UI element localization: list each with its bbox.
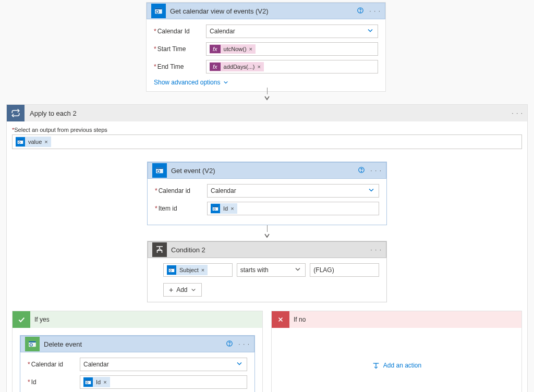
dynamic-content-chip[interactable]: Subject × <box>167 265 208 275</box>
overflow-menu-icon[interactable]: · · · <box>370 167 382 174</box>
step-condition: Condition 2 · · · Subject × s <box>147 241 387 302</box>
step-get-calendar-view: Get calendar view of events (V2) · · · *… <box>146 2 386 92</box>
branch-header[interactable]: If yes <box>13 311 262 328</box>
overflow-menu-icon[interactable]: · · · <box>238 340 250 348</box>
svg-rect-1 <box>155 8 162 9</box>
svg-rect-20 <box>29 341 36 342</box>
item-id-label: *Item id <box>155 205 207 212</box>
outlook-icon <box>83 377 93 387</box>
calendar-id-label: *Calendar id <box>155 187 207 194</box>
remove-icon[interactable]: × <box>44 139 47 145</box>
outlook-icon <box>25 337 40 351</box>
dynamic-content-chip[interactable]: Id × <box>211 203 237 214</box>
branch-title: If yes <box>34 316 50 323</box>
fx-icon: fx <box>210 63 221 71</box>
id-label: *Id <box>28 378 80 386</box>
calendar-id-dropdown[interactable]: Calendar <box>80 358 247 371</box>
remove-icon[interactable]: × <box>257 64 260 70</box>
svg-rect-14 <box>213 206 219 207</box>
condition-right-field[interactable]: (FLAG) <box>310 263 379 277</box>
connector-arrow <box>263 225 271 241</box>
step-header[interactable]: Delete event · · · <box>20 336 254 352</box>
calendar-id-dropdown[interactable]: Calendar <box>206 24 378 38</box>
overflow-menu-icon[interactable]: · · · <box>369 7 381 15</box>
plus-icon: + <box>169 286 173 294</box>
condition-operator-dropdown[interactable]: starts with <box>237 263 306 277</box>
overflow-menu-icon[interactable]: · · · <box>512 109 523 117</box>
overflow-menu-icon[interactable]: · · · <box>370 246 382 253</box>
loop-header[interactable]: Apply to each 2 · · · <box>7 105 527 121</box>
chevron-down-icon[interactable] <box>236 361 242 369</box>
step-header[interactable]: Get calendar view of events (V2) · · · <box>147 3 385 19</box>
outlook-icon <box>16 137 25 146</box>
help-icon[interactable] <box>358 166 365 175</box>
step-delete-event: Delete event · · · *Calendar id <box>20 335 255 392</box>
calendar-id-label: *Calendar Id <box>154 28 206 35</box>
expression-chip[interactable]: fx addDays(...) × <box>210 62 264 71</box>
connector-arrow <box>263 88 271 103</box>
outlook-icon <box>152 163 167 178</box>
expression-chip[interactable]: fx utcNow() × <box>210 44 256 54</box>
condition-icon <box>152 242 167 257</box>
check-icon <box>13 311 30 328</box>
show-advanced-link[interactable]: Show advanced options <box>154 79 228 86</box>
dynamic-content-chip[interactable]: Id × <box>83 377 110 387</box>
select-output-field[interactable]: value × <box>12 134 522 149</box>
help-icon[interactable] <box>226 340 233 349</box>
svg-point-4 <box>360 11 361 12</box>
outlook-icon <box>211 204 220 213</box>
svg-rect-9 <box>156 168 163 169</box>
fx-icon: fx <box>210 45 221 53</box>
svg-point-23 <box>229 345 230 345</box>
remove-icon[interactable]: × <box>103 379 106 385</box>
outlook-icon <box>167 265 176 275</box>
svg-rect-25 <box>86 380 91 381</box>
step-header[interactable]: Get event (V2) · · · <box>148 162 386 179</box>
calendar-id-dropdown[interactable]: Calendar <box>207 184 379 198</box>
remove-icon[interactable]: × <box>230 205 234 212</box>
loop-icon <box>7 105 25 121</box>
help-icon[interactable] <box>357 7 364 16</box>
chevron-down-icon[interactable] <box>295 266 301 274</box>
calendar-id-label: *Calendar id <box>28 361 80 368</box>
branch-if-no: If no Add an action <box>271 311 522 392</box>
step-get-event: Get event (V2) · · · *Calendar id Calend… <box>147 162 387 225</box>
chevron-down-icon[interactable] <box>367 28 373 35</box>
branch-if-yes: If yes Delete event <box>12 311 263 392</box>
start-time-field[interactable]: fx utcNow() × <box>206 42 378 56</box>
branch-title: If no <box>294 316 306 323</box>
end-time-label: *End Time <box>154 63 206 70</box>
id-field[interactable]: Id × <box>80 375 247 389</box>
step-title: Delete event <box>44 340 226 348</box>
remove-icon[interactable]: × <box>249 46 252 52</box>
outlook-icon <box>151 4 166 18</box>
loop-title: Apply to each 2 <box>30 109 512 117</box>
select-output-label: *Select an output from previous steps <box>12 127 522 133</box>
svg-point-12 <box>361 171 362 172</box>
add-condition-button[interactable]: + Add <box>163 283 202 297</box>
branch-header[interactable]: If no <box>272 311 521 328</box>
step-apply-to-each: Apply to each 2 · · · *Select an output … <box>6 104 528 392</box>
end-time-field[interactable]: fx addDays(...) × <box>206 60 378 74</box>
step-header[interactable]: Condition 2 · · · <box>148 241 386 258</box>
item-id-field[interactable]: Id × <box>207 202 379 215</box>
add-action-button[interactable]: Add an action <box>279 361 514 370</box>
step-title: Get calendar view of events (V2) <box>170 7 357 15</box>
svg-rect-6 <box>18 140 23 141</box>
svg-rect-17 <box>169 268 175 269</box>
dynamic-content-chip[interactable]: value × <box>16 137 51 147</box>
remove-icon[interactable]: × <box>201 267 204 273</box>
close-icon <box>272 311 289 328</box>
step-title: Get event (V2) <box>171 167 358 175</box>
chevron-down-icon[interactable] <box>368 187 374 195</box>
start-time-label: *Start Time <box>154 45 206 53</box>
condition-left-field[interactable]: Subject × <box>163 263 233 277</box>
step-title: Condition 2 <box>171 246 370 254</box>
